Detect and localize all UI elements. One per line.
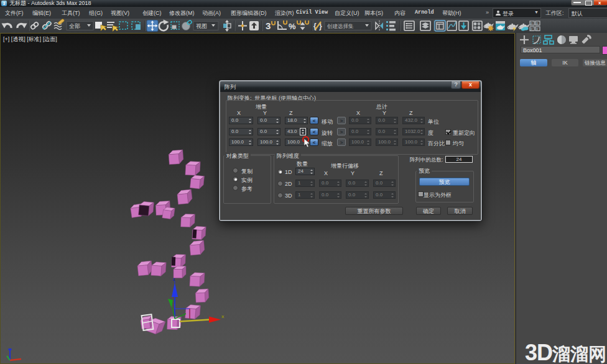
svg-text:视图: 视图 [196, 23, 207, 29]
svg-text:全部: 全部 [69, 23, 80, 29]
svg-text:R: R [536, 27, 539, 31]
svg-text:R: R [536, 22, 539, 25]
svg-text:3: 3 [266, 20, 271, 31]
svg-text:创建选择集: 创建选择集 [327, 23, 354, 29]
svg-text:R: R [531, 22, 533, 25]
svg-text:R: R [531, 27, 533, 31]
svg-text:%: % [289, 22, 296, 31]
